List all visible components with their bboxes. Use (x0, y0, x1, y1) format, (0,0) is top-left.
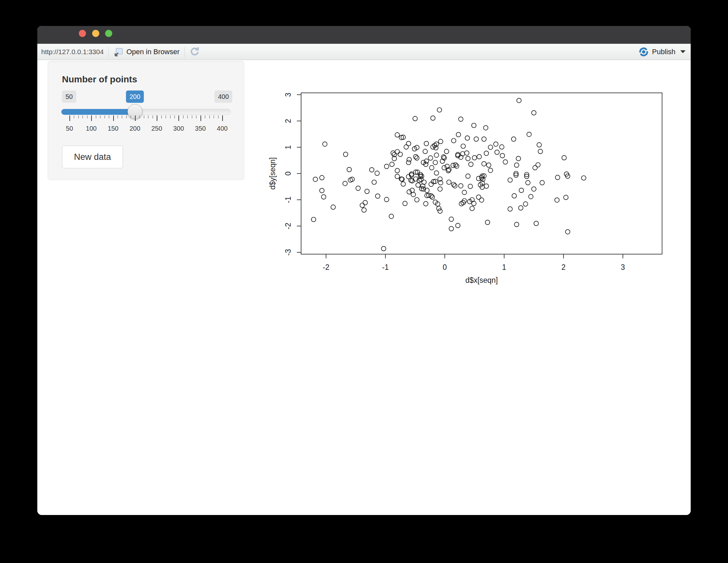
x-axis-tick-label: 1 (502, 263, 506, 272)
plot-box (301, 93, 662, 254)
slider-minor-tick (87, 116, 88, 118)
scatter-plot: -2-10123-3-2-10123d$x[seqn]d$y[seqn] (264, 83, 689, 293)
slider-minor-tick (183, 116, 184, 118)
slider-minor-tick (144, 116, 144, 118)
slider-major-tick (222, 116, 223, 121)
slider-minor-tick (187, 116, 188, 118)
slider-minor-tick (78, 116, 79, 118)
slider-minor-tick (109, 116, 109, 118)
slider-minor-tick (122, 116, 122, 118)
slider-tick-label: 100 (81, 125, 101, 132)
desktop: { "window": { "url": "http://127.0.0.1:3… (0, 0, 728, 563)
y-axis-tick-label: -3 (284, 249, 292, 256)
new-data-button[interactable]: New data (62, 146, 123, 168)
slider-minor-tick (104, 116, 105, 118)
refresh-icon (189, 46, 200, 57)
slider-minor-tick (74, 116, 74, 118)
slider-minor-tick (139, 116, 140, 118)
slider-minor-tick (161, 116, 162, 118)
x-axis-label: d$x[seqn] (466, 276, 498, 284)
scatter-plot-svg: -2-10123-3-2-10123d$x[seqn]d$y[seqn] (264, 83, 689, 293)
slider-tick-label: 250 (147, 125, 166, 132)
x-axis-tick-label: 3 (621, 263, 625, 272)
slider-fill (61, 109, 135, 115)
slider-tick-label: 50 (60, 125, 79, 132)
y-axis-tick-label: -2 (284, 223, 292, 229)
slider-major-tick (135, 116, 136, 121)
y-axis-tick-label: 0 (284, 172, 292, 176)
slider-minor-tick (170, 116, 171, 118)
slider-tick-label: 350 (191, 125, 210, 132)
slider-max-badge: 400 (214, 91, 232, 103)
x-axis-tick-label: 2 (562, 263, 566, 272)
slider-tick-label: 200 (125, 125, 145, 132)
viewer-toolbar: http://127.0.0.1:3304 Open in Browser Pu… (37, 44, 691, 60)
slider-minor-tick (82, 116, 83, 118)
slider-major-tick (200, 116, 201, 121)
slider-major-tick (69, 116, 70, 121)
slider-tick-label: 300 (169, 125, 188, 132)
slider-minor-tick (196, 116, 197, 118)
y-axis-tick-label: 3 (284, 93, 292, 97)
zoom-button[interactable] (105, 30, 112, 37)
refresh-button[interactable] (189, 46, 200, 57)
slider-major-tick (113, 116, 114, 121)
slider-tick-label: 150 (103, 125, 123, 132)
slider-minor-tick (209, 116, 210, 118)
sidebar-panel: Number of points 50 200 400 501001502002… (48, 61, 244, 180)
slider-major-tick (178, 116, 179, 121)
y-axis-label: d$y[seqn] (268, 157, 277, 190)
slider-minor-tick (126, 116, 127, 118)
url-text: http://127.0.0.1:3304 (41, 48, 104, 56)
x-axis-tick-label: -1 (382, 263, 389, 272)
slider-minor-tick (130, 116, 131, 118)
x-axis-tick-label: 0 (443, 263, 447, 272)
slider-tick-label: 400 (212, 125, 232, 132)
titlebar[interactable] (37, 26, 691, 44)
slider-minor-tick (213, 116, 214, 118)
slider-minor-tick (192, 116, 192, 118)
slider-title: Number of points (62, 74, 137, 85)
slider-minor-tick (205, 116, 205, 118)
slider-value-badge: 200 (126, 91, 144, 103)
open-in-browser-button[interactable]: Open in Browser (113, 47, 180, 57)
open-in-browser-label: Open in Browser (127, 48, 180, 56)
publish-label: Publish (652, 48, 675, 56)
slider-minor-tick (218, 116, 219, 118)
slider-major-tick (157, 116, 157, 121)
slider-minor-tick (96, 116, 96, 118)
slider-minor-tick (152, 116, 153, 118)
slider-minor-tick (100, 116, 101, 118)
x-axis-tick-label: -2 (323, 263, 329, 272)
publish-button[interactable]: Publish (638, 47, 686, 57)
slider-minor-tick (165, 116, 166, 118)
close-button[interactable] (79, 30, 86, 37)
toolbar-separator (184, 47, 185, 57)
app-window: http://127.0.0.1:3304 Open in Browser Pu… (37, 26, 691, 515)
slider-minor-tick (174, 116, 175, 118)
y-axis-tick-label: 1 (284, 145, 292, 150)
toolbar-separator (108, 47, 109, 57)
app-content: Number of points 50 200 400 501001502002… (37, 60, 691, 515)
slider-minor-tick (148, 116, 149, 118)
publish-icon (638, 47, 649, 57)
y-axis-tick-label: 2 (284, 119, 292, 123)
y-axis-tick-label: -1 (284, 197, 292, 203)
minimize-button[interactable] (92, 30, 99, 37)
open-in-browser-icon (113, 47, 124, 57)
slider-major-tick (91, 116, 92, 121)
slider-minor-tick (117, 116, 118, 118)
publish-dropdown-caret[interactable] (680, 50, 686, 53)
slider-min-badge: 50 (62, 91, 76, 103)
